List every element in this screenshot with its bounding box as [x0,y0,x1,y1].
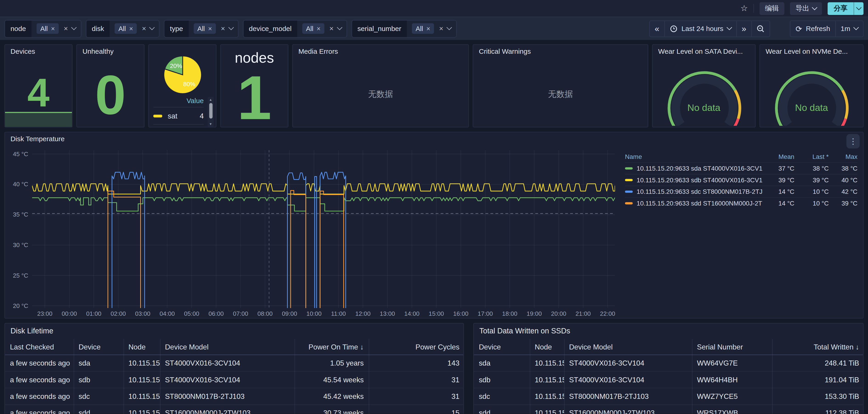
scroll-down-icon[interactable]: ▼ [208,122,214,126]
panel-title: Devices [10,48,35,55]
legend-row: 10.115.15.20:9633 sdc ST8000NM017B-2TJ10… [625,185,858,197]
series-line [32,190,615,308]
close-icon[interactable]: × [51,25,55,32]
legend-header-col[interactable]: Max [829,153,858,160]
filter-value-chip[interactable]: All× [412,23,434,34]
column-header-1[interactable]: Device [474,343,530,351]
close-icon[interactable]: × [317,25,320,32]
legend-series-name[interactable]: 10.115.15.20:9633 sda ST4000VX016-3CV104 [625,165,762,172]
filter-disk[interactable]: diskAll×× [86,20,159,37]
x-axis-label: 03:00 [130,310,155,317]
legend-series-name[interactable]: 10.115.15.20:9633 sdd ST16000NM000J-2TW1… [625,200,762,207]
x-axis-label: 17:00 [473,310,497,317]
y-axis-label: 35 °C [5,211,28,218]
legend-series-name[interactable]: sat [168,112,199,120]
column-header-2[interactable]: Node [530,343,564,351]
scrollbar-thumb[interactable] [209,103,212,119]
legend-mean: 39 °C [762,177,794,183]
temperature-chart[interactable] [32,150,615,308]
column-header-1[interactable]: Last Checked [5,343,74,351]
legend-row: 10.115.15.20:9633 sdd ST16000NM000J-2TW1… [625,197,858,209]
table-header-row: DeviceNodeDevice ModelSerial NumberTotal… [474,339,863,355]
y-axis-label: 25 °C [5,272,28,278]
legend-series-label[interactable]: 10.115.15.20:9633 sdb ST4000VX016-3CV104 [637,177,762,183]
close-icon[interactable]: × [129,25,133,32]
x-axis-label: 12:00 [351,310,375,317]
table-cell: 31 [369,376,464,384]
chevron-down-icon[interactable] [228,25,234,30]
scroll-up-icon[interactable]: ▲ [208,98,214,101]
export-button[interactable]: 导出 [790,2,822,14]
legend-series-label[interactable]: 10.115.15.20:9633 sda ST4000VX016-3CV104 [637,165,762,172]
chevron-down-icon[interactable] [337,25,342,30]
table-cell: 112.38 TiB [772,409,864,414]
time-range-picker[interactable]: Last 24 hours [664,21,736,36]
table-cell: ST8000NM017B-2TJ103 [160,392,294,400]
column-header-2[interactable]: Device [74,343,123,351]
column-separator [772,339,773,414]
clear-filter-icon[interactable]: × [439,25,443,32]
clear-filter-icon[interactable]: × [142,25,146,32]
column-header-5[interactable]: Power On Time ↓ [294,343,369,351]
table-cell: a few seconds ago [5,409,74,414]
zoom-out-button[interactable] [751,21,770,36]
filter-label: disk [86,20,110,37]
share-menu-button[interactable] [854,2,863,14]
time-controls: « Last 24 hours » ⟳ Refresh 1m [649,20,863,37]
chevron-down-icon[interactable] [71,25,76,30]
share-button[interactable]: 分享 [828,2,864,14]
legend-header-col[interactable]: Mean [762,153,794,160]
column-separator [369,339,369,414]
share-button-label[interactable]: 分享 [828,2,854,14]
close-icon[interactable]: × [208,25,212,32]
clear-filter-icon[interactable]: × [330,25,334,32]
pie-legend-row[interactable]: sat4 [153,107,204,124]
time-shift-forward-button[interactable]: » [736,21,751,36]
filter-serial_number[interactable]: serial_numberAll×× [351,20,457,37]
refresh-button[interactable]: ⟳ Refresh [790,21,835,36]
legend-series-label[interactable]: 10.115.15.20:9633 sdc ST8000NM017B-2TJ10… [637,188,762,195]
filter-value-chip[interactable]: All× [302,23,324,34]
column-header-4[interactable]: Device Model [160,343,294,351]
filter-value-chip[interactable]: All× [193,23,216,34]
pie-legend-scrollbar[interactable]: ▲ ▼ [208,97,214,127]
column-header-6[interactable]: Power Cycles [369,343,464,351]
column-header-5[interactable]: Total Written ↓ [772,343,864,351]
pie-legend-row[interactable]: scsi1 [153,124,204,127]
panel-title: Unhealthy [82,48,114,55]
pie-legend: sat4scsi1 [153,107,204,127]
refresh-button-label: Refresh [806,25,830,32]
legend-series-name[interactable]: 10.115.15.20:9633 sdc ST8000NM017B-2TJ10… [625,188,762,195]
star-icon[interactable]: ☆ [740,3,748,13]
column-header-3[interactable]: Device Model [564,343,692,351]
time-shift-back-button[interactable]: « [650,21,664,36]
legend-header-name[interactable]: Name [625,153,762,160]
refresh-interval-picker[interactable]: 1m [835,21,863,36]
filter-value-chip[interactable]: All× [36,23,59,34]
column-header-3[interactable]: Node [123,343,160,351]
column-separator [294,339,295,414]
panel-unhealthy: Unhealthy 0 [76,44,145,127]
filter-type[interactable]: typeAll×× [164,20,238,37]
filter-value-chip[interactable]: All× [115,23,137,34]
chevron-down-icon[interactable] [149,25,155,30]
chevron-down-icon[interactable] [446,25,452,30]
legend-header-col[interactable]: Last * [794,153,829,160]
filter-body: All×× [189,20,238,37]
clear-filter-icon[interactable]: × [221,25,225,32]
edit-button[interactable]: 编辑 [760,2,784,14]
table-row: sdb10.115.15.20:9633ST4000VX016-3CV104WW… [474,371,863,388]
clear-filter-icon[interactable]: × [64,25,68,32]
table-cell: WRS17XWB [692,409,772,414]
table-cell: ST4000VX016-3CV104 [160,376,294,384]
legend-series-name[interactable]: 10.115.15.20:9633 sdb ST4000VX016-3CV104 [625,177,762,183]
table-cell: a few seconds ago [5,359,74,367]
close-icon[interactable]: × [426,25,430,32]
column-header-4[interactable]: Serial Number [692,343,772,351]
table-row: sdc10.115.15.20:9633ST8000NM017B-2TJ103W… [474,388,863,405]
legend-series-label[interactable]: 10.115.15.20:9633 sdd ST16000NM000J-2TW1… [637,200,762,207]
filter-node[interactable]: nodeAll×× [4,20,81,37]
filter-controls: × [142,25,154,32]
kebab-menu-icon[interactable]: ⋮ [846,134,860,149]
filter-device_model[interactable]: device_modelAll×× [243,20,347,37]
